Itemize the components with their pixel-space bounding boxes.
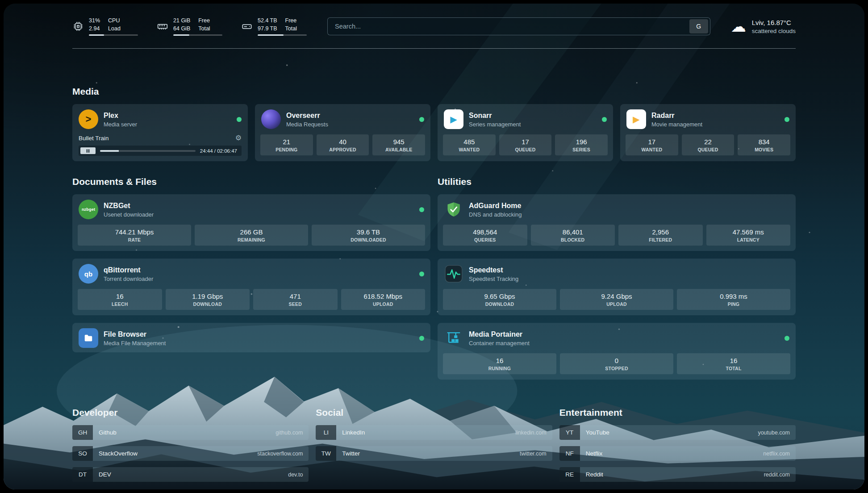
media-cards-row: > Plex Media server Bullet Train ⚙ <box>72 104 796 161</box>
cpu-labels: CPU Load <box>108 17 121 33</box>
stat-value: 16 <box>679 357 789 364</box>
bookmark-abbr: LI <box>316 425 336 440</box>
bookmark-reddit[interactable]: RE Reddit reddit.com <box>559 467 796 482</box>
stat-label: REMAINING <box>196 237 306 242</box>
stat-remaining: 266 GB REMAINING <box>195 225 308 246</box>
search-bar[interactable]: G <box>327 17 710 35</box>
disk-total-value: 97.9 TB <box>258 25 277 33</box>
service-description: Container management <box>469 340 530 347</box>
sonarr-icon-glyph: ▶ <box>450 115 457 124</box>
service-name: File Browser <box>104 330 166 339</box>
stat-value: 196 <box>557 138 606 146</box>
media-section-title: Media <box>72 86 796 97</box>
filebrowser-card[interactable]: File Browser Media File Management <box>72 323 430 352</box>
disk-free-value: 52.4 TB <box>258 17 277 25</box>
bookmark-url: reddit.com <box>764 467 796 482</box>
bookmark-netflix[interactable]: NF Netflix netflix.com <box>559 446 796 461</box>
stat-value: 618.52 Mbps <box>343 292 424 300</box>
qbittorrent-card[interactable]: qb qBittorrent Torrent downloader 16 <box>72 259 430 315</box>
cpu-percent: 31% <box>89 17 100 25</box>
stat-ping: 0.993 ms PING <box>677 289 790 310</box>
disk-total-label: Total <box>285 25 297 33</box>
stat-label: RATE <box>79 237 189 242</box>
playback-progress-track[interactable] <box>100 150 196 152</box>
bookmark-stackoverflow[interactable]: SO StackOverflow stackoverflow.com <box>72 446 309 461</box>
stat-value: 945 <box>374 138 423 146</box>
portainer-card[interactable]: Media Portainer Container management 16 … <box>438 323 796 380</box>
stat-label: DOWNLOAD <box>167 301 248 307</box>
stat-pending: 21 PENDING <box>260 134 313 155</box>
speedtest-card[interactable]: Speedtest Speedtest Tracking 9.65 Gbps D… <box>438 259 796 315</box>
bookmark-url: github.com <box>275 425 309 440</box>
nzbget-icon-text: nzbget <box>82 207 95 212</box>
resource-widgets: 31% 2.94 CPU Load <box>72 17 307 36</box>
stat-label: UPLOAD <box>562 301 672 307</box>
memory-total-value: 64 GiB <box>173 25 190 33</box>
plex-icon-glyph: > <box>86 113 92 125</box>
cpu-widget-body: 31% 2.94 CPU Load <box>89 17 138 36</box>
gear-icon[interactable]: ⚙ <box>235 134 242 142</box>
stat-label: STOPPED <box>562 366 672 371</box>
nzbget-icon: nzbget <box>79 200 98 219</box>
service-name: Speedtest <box>469 266 518 275</box>
service-name: Plex <box>104 111 137 120</box>
overseerr-icon <box>261 109 281 129</box>
portainer-stats: 16 RUNNING 0 STOPPED 16 TOTAL <box>438 352 796 380</box>
nzbget-header: nzbget NZBGet Usenet downloader <box>72 194 430 224</box>
pause-icon <box>86 149 90 153</box>
developer-group-title: Developer <box>72 407 309 418</box>
search-input[interactable] <box>334 22 686 30</box>
stat-filtered: 2,956 FILTERED <box>618 225 703 246</box>
sonarr-card[interactable]: ▶ Sonarr Series management 485 WANTED <box>438 104 613 161</box>
radarr-card[interactable]: ▶ Radarr Movie management 17 WANTED <box>620 104 796 161</box>
sonarr-titles: Sonarr Series management <box>469 111 521 128</box>
top-bar: 31% 2.94 CPU Load <box>72 17 796 36</box>
stat-value: 17 <box>501 138 550 146</box>
adguard-card[interactable]: AdGuard Home DNS and adblocking 498,564 … <box>438 194 796 251</box>
cpu-widget: 31% 2.94 CPU Load <box>72 17 138 36</box>
adguard-header: AdGuard Home DNS and adblocking <box>438 194 796 224</box>
speedtest-stats: 9.65 Gbps DOWNLOAD 9.24 Gbps UPLOAD 0.99… <box>438 288 796 315</box>
social-group-title: Social <box>316 407 552 418</box>
stat-label: UPLOAD <box>343 301 424 307</box>
stat-value: 2,956 <box>620 228 701 236</box>
stat-label: AVAILABLE <box>374 147 423 152</box>
stat-label: WANTED <box>627 147 676 152</box>
adguard-stats: 498,564 QUERIES 86,401 BLOCKED 2,956 FIL… <box>438 224 796 251</box>
status-dot <box>237 117 242 122</box>
bookmark-youtube[interactable]: YT YouTube youtube.com <box>559 425 796 440</box>
section-media: Media > Plex Media server <box>72 86 796 161</box>
nzbget-card[interactable]: nzbget NZBGet Usenet downloader 744.21 M… <box>72 194 430 251</box>
bookmark-github[interactable]: GH Github github.com <box>72 425 309 440</box>
stat-upload: 618.52 Mbps UPLOAD <box>341 289 426 310</box>
stat-wanted: 485 WANTED <box>443 134 496 155</box>
stat-latency: 47.569 ms LATENCY <box>706 225 791 246</box>
qbittorrent-titles: qBittorrent Torrent downloader <box>104 266 153 282</box>
cpu-values: 31% 2.94 <box>89 17 100 33</box>
stat-label: MOVIES <box>739 147 789 152</box>
search-provider-button[interactable]: G <box>689 19 708 33</box>
stat-label: SERIES <box>557 147 606 152</box>
service-description: Movie management <box>651 121 702 128</box>
overseerr-card[interactable]: Overseerr Media Requests 21 PENDING 40 A… <box>255 104 430 161</box>
bookmark-name: Reddit <box>580 467 603 482</box>
crane-icon <box>445 330 462 347</box>
stat-label: LEECH <box>79 301 160 307</box>
plex-card[interactable]: > Plex Media server Bullet Train ⚙ <box>72 104 248 161</box>
bookmark-linkedin[interactable]: LI LinkedIn linkedin.com <box>316 425 552 440</box>
playback-time: 24:44 / 02:06:47 <box>200 148 237 154</box>
bookmark-twitter[interactable]: TW Twitter twitter.com <box>316 446 552 461</box>
service-name: NZBGet <box>104 201 154 210</box>
bookmark-dev[interactable]: DT DEV dev.to <box>72 467 309 482</box>
overseerr-header: Overseerr Media Requests <box>255 104 430 134</box>
cpu-label: CPU <box>108 17 121 25</box>
stat-value: 86,401 <box>533 228 613 236</box>
bookmark-abbr: TW <box>316 446 336 461</box>
stat-value: 744.21 Mbps <box>79 228 189 236</box>
plex-now-playing: Bullet Train ⚙ <box>72 134 248 161</box>
stat-label: TOTAL <box>679 366 789 371</box>
bookmark-url: netflix.com <box>763 446 796 461</box>
utilities-section-title: Utilities <box>438 176 796 187</box>
pause-button[interactable] <box>80 147 96 154</box>
weather-widget: ☁ Lviv, 16.87°C scattered clouds <box>731 19 796 34</box>
